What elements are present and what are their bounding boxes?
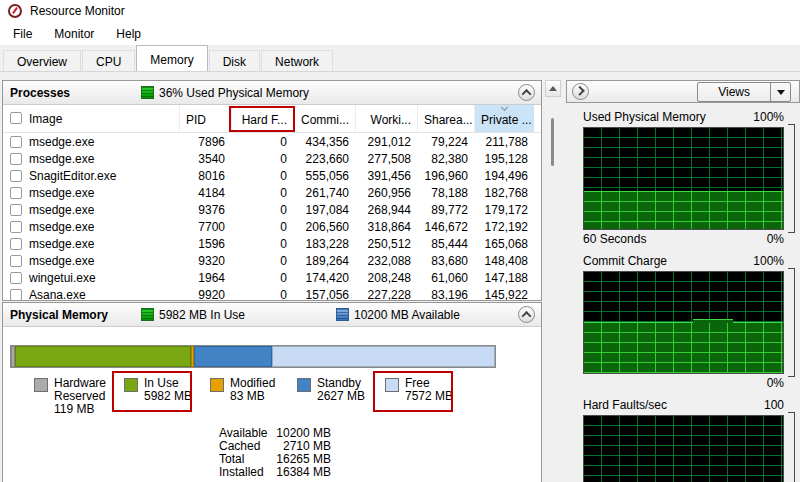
column-working-set[interactable]: Worki... — [355, 105, 417, 132]
select-all-checkbox[interactable] — [10, 112, 22, 124]
process-image-cell: msedge.exe — [3, 135, 179, 149]
process-name: msedge.exe — [29, 220, 94, 234]
views-dropdown-arrow[interactable] — [770, 83, 790, 101]
process-name: msedge.exe — [29, 186, 94, 200]
tab-memory[interactable]: Memory — [136, 45, 207, 71]
process-name: Asana.exe — [29, 288, 86, 301]
memory-bar-segment-free — [272, 346, 495, 367]
row-checkbox[interactable] — [10, 272, 22, 284]
scrollbar-thumb[interactable] — [551, 118, 554, 166]
table-row[interactable]: wingetui.exe 1964 0 174,420 208,248 61,0… — [3, 269, 541, 286]
hard-faults-cell: 0 — [231, 271, 293, 285]
commit-cell: 434,356 — [293, 135, 355, 149]
menu-help[interactable]: Help — [105, 24, 152, 44]
process-image-cell: msedge.exe — [3, 186, 179, 200]
tab-cpu[interactable]: CPU — [82, 50, 135, 71]
chevron-up-icon — [522, 89, 532, 99]
row-checkbox[interactable] — [10, 255, 22, 267]
process-table-body: msedge.exe 7896 0 434,356 291,012 79,224… — [3, 133, 541, 300]
processes-panel: Processes 36% Used Physical Memory Image… — [2, 80, 542, 301]
column-shareable[interactable]: Sharea... — [417, 105, 474, 132]
table-row[interactable]: msedge.exe 7700 0 206,560 318,864 146,67… — [3, 218, 541, 235]
graph-max-label: 100 — [764, 398, 784, 413]
table-row[interactable]: msedge.exe 7896 0 434,356 291,012 79,224… — [3, 133, 541, 150]
hard-faults-cell: 0 — [231, 254, 293, 268]
table-row[interactable]: msedge.exe 4184 0 261,740 260,956 78,188… — [3, 184, 541, 201]
memory-bar-segment-in-use — [15, 346, 192, 367]
menu-bar: FileMonitorHelp — [0, 22, 800, 45]
pid-cell: 9920 — [179, 288, 231, 301]
row-checkbox[interactable] — [10, 221, 22, 233]
window-title: Resource Monitor — [30, 4, 125, 18]
table-row[interactable]: msedge.exe 9376 0 197,084 268,944 89,772… — [3, 201, 541, 218]
tab-overview[interactable]: Overview — [3, 50, 81, 71]
column-hard-faults[interactable]: Hard F... — [231, 105, 293, 132]
process-name: SnagitEditor.exe — [29, 169, 116, 183]
scrollbar-up-button[interactable] — [545, 80, 561, 97]
available-swatch-icon — [336, 308, 349, 321]
graph-max-label: 100% — [753, 110, 784, 125]
physical-memory-collapse-button[interactable] — [518, 306, 535, 323]
row-checkbox[interactable] — [10, 289, 22, 301]
private-cell: 211,788 — [474, 135, 534, 149]
private-cell: 195,128 — [474, 152, 534, 166]
pid-cell: 8016 — [179, 169, 231, 183]
shareable-cell: 61,060 — [417, 271, 474, 285]
tab-disk[interactable]: Disk — [209, 50, 260, 71]
table-row[interactable]: msedge.exe 9320 0 189,264 232,088 83,680… — [3, 252, 541, 269]
available-label: 10200 MB Available — [354, 308, 460, 322]
private-cell: 194,496 — [474, 169, 534, 183]
shareable-cell: 82,380 — [417, 152, 474, 166]
menu-monitor[interactable]: Monitor — [43, 24, 105, 44]
working-set-cell: 268,944 — [355, 203, 417, 217]
table-row[interactable]: msedge.exe 1596 0 183,228 250,512 85,444… — [3, 235, 541, 252]
processes-status: 36% Used Physical Memory — [141, 86, 309, 100]
column-private-sorted[interactable]: Private ... — [474, 105, 534, 132]
hard-faults-cell: 0 — [231, 220, 293, 234]
shareable-cell: 83,680 — [417, 254, 474, 268]
views-button[interactable]: Views — [697, 82, 791, 102]
pid-cell: 1964 — [179, 271, 231, 285]
processes-collapse-button[interactable] — [518, 84, 535, 101]
row-checkbox[interactable] — [10, 153, 22, 165]
shareable-cell: 196,960 — [417, 169, 474, 183]
processes-title: Processes — [10, 86, 70, 100]
private-cell: 165,068 — [474, 237, 534, 251]
graph-hard-faults: Hard Faults/sec 100 — [566, 398, 800, 482]
working-set-cell: 260,956 — [355, 186, 417, 200]
column-image[interactable]: Image — [3, 105, 179, 132]
legend-item-standby: Standby2627 MB — [297, 377, 365, 403]
tab-network[interactable]: Network — [261, 50, 333, 71]
hard-faults-cell: 0 — [231, 186, 293, 200]
private-cell: 147,188 — [474, 271, 534, 285]
row-checkbox[interactable] — [10, 170, 22, 182]
in-use-label: 5982 MB In Use — [159, 308, 245, 322]
pid-cell: 9320 — [179, 254, 231, 268]
graph-fill-bump — [693, 319, 733, 323]
menu-file[interactable]: File — [2, 24, 43, 44]
column-private-label: Private ... — [481, 113, 532, 127]
row-checkbox[interactable] — [10, 136, 22, 148]
table-row[interactable]: SnagitEditor.exe 8016 0 555,056 391,456 … — [3, 167, 541, 184]
standby-swatch-icon — [297, 378, 311, 392]
column-commit[interactable]: Commi... — [293, 105, 355, 132]
graph-canvas — [583, 415, 784, 482]
commit-cell: 157,056 — [293, 288, 355, 301]
vertical-scrollbar[interactable] — [545, 80, 561, 482]
table-row[interactable]: msedge.exe 3540 0 223,660 277,508 82,380… — [3, 150, 541, 167]
shareable-cell: 83,196 — [417, 288, 474, 301]
hard-faults-cell: 0 — [231, 203, 293, 217]
pid-cell: 4184 — [179, 186, 231, 200]
in-use-status: 5982 MB In Use — [141, 308, 245, 322]
shareable-cell: 85,444 — [417, 237, 474, 251]
graph-scale-bracket — [788, 412, 795, 482]
graph-scale-bracket — [788, 124, 795, 233]
row-checkbox[interactable] — [10, 204, 22, 216]
column-pid[interactable]: PID — [179, 105, 231, 132]
expand-pane-button[interactable] — [572, 83, 589, 100]
legend-label: In Use5982 MB — [144, 377, 192, 403]
row-checkbox[interactable] — [10, 238, 22, 250]
row-checkbox[interactable] — [10, 187, 22, 199]
table-row[interactable]: Asana.exe 9920 0 157,056 227,228 83,196 … — [3, 286, 541, 300]
arrow-up-icon — [549, 86, 557, 91]
